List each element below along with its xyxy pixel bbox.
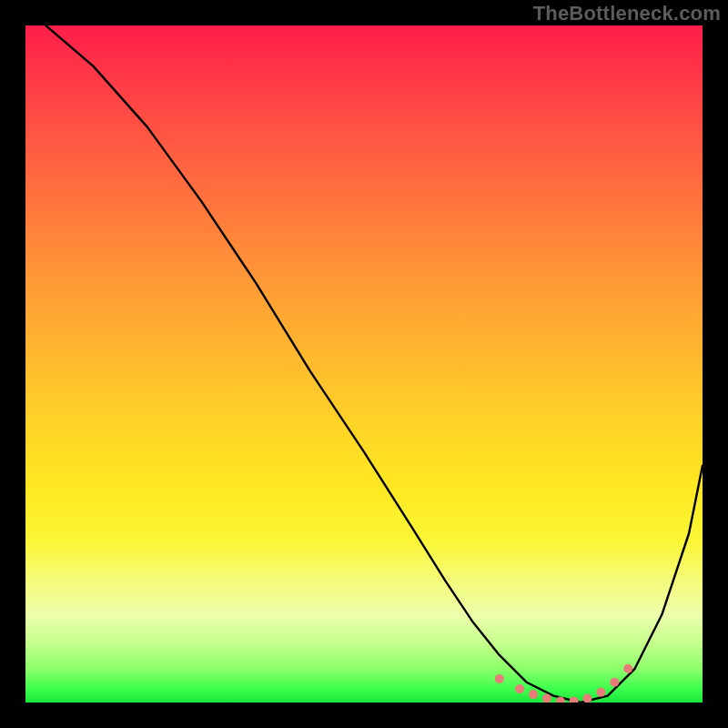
marker-dot xyxy=(610,678,619,687)
marker-dot xyxy=(515,684,524,693)
bottleneck-curve xyxy=(46,25,703,703)
marker-dot xyxy=(583,694,592,703)
marker-dot xyxy=(570,697,579,703)
chart-svg xyxy=(25,25,703,703)
marker-dot xyxy=(529,690,538,699)
marker-dot xyxy=(623,664,632,673)
watermark-label: TheBottleneck.com xyxy=(533,2,721,25)
plot-area xyxy=(25,25,703,703)
chart-frame: TheBottleneck.com xyxy=(0,0,728,728)
marker-dot xyxy=(596,688,605,697)
marker-dot xyxy=(495,674,504,683)
